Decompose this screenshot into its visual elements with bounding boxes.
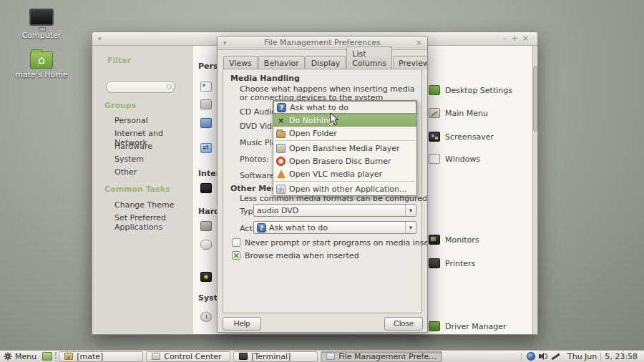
file-manager-window-icon <box>326 353 335 360</box>
mouse-cursor <box>330 112 339 126</box>
menu-item-open-banshee[interactable]: Open Banshee Media Player <box>273 142 416 155</box>
clock-time: 5, 23:58 <box>601 352 641 361</box>
desktop-icon-home[interactable]: mate's Home <box>14 52 69 79</box>
menu-item-open-with-other-application[interactable]: Open with other Application... <box>273 182 416 195</box>
monitors-icon <box>429 235 440 245</box>
item-about-me[interactable] <box>200 82 212 92</box>
taskbar-window-label: [mate] <box>77 352 103 361</box>
system-tray: Thu Jun 5, 23:58 <box>521 351 644 362</box>
volume-tray-icon[interactable] <box>539 352 547 361</box>
printers-icon <box>429 258 440 268</box>
menu-item-ask-what-to-do[interactable]: ? Ask what to do <box>273 101 416 114</box>
menu-item-open-brasero[interactable]: Open Brasero Disc Burner <box>273 155 416 167</box>
scrollbar[interactable] <box>532 46 537 334</box>
item-monitors[interactable]: Monitors <box>429 235 479 245</box>
item-keyboard[interactable] <box>200 221 212 231</box>
tab-display[interactable]: Display <box>306 56 346 69</box>
sound-wave-icon <box>545 353 547 359</box>
menu-separator <box>275 181 415 182</box>
tab-views[interactable]: Views <box>223 56 258 69</box>
taskbar-window-control-center[interactable]: Control Center <box>146 351 230 362</box>
sidebar-item-hardware[interactable]: Hardware <box>114 142 152 151</box>
action-combobox[interactable]: ? Ask what to do ▾ <box>253 221 416 234</box>
network-tray-icon[interactable] <box>527 352 535 361</box>
search-icon <box>167 84 172 89</box>
application-icon <box>276 185 286 194</box>
browse-media-checkbox[interactable] <box>232 251 240 260</box>
window-list-handle[interactable] <box>55 352 57 361</box>
taskbar-window-terminal[interactable]: [Terminal] <box>233 351 318 362</box>
item-label: Screensaver <box>445 132 494 142</box>
menu-item-label: Open VLC media player <box>289 170 382 179</box>
item-preferred-applications[interactable] <box>200 118 212 128</box>
question-icon: ? <box>257 223 266 233</box>
help-button[interactable]: Help <box>223 317 261 331</box>
menu-label: Menu <box>15 352 36 361</box>
item-printers[interactable]: Printers <box>429 258 475 268</box>
common-tasks-heading: Common Tasks <box>104 185 170 194</box>
item-driver-manager[interactable]: Driver Manager <box>429 321 507 331</box>
tab-behavior[interactable]: Behavior <box>258 56 305 69</box>
gear-icon <box>4 352 12 361</box>
sidebar-item-personal[interactable]: Personal <box>114 116 148 125</box>
menu-item-label: Open Folder <box>289 129 337 138</box>
menu-item-open-vlc[interactable]: Open VLC media player <box>273 167 416 180</box>
sidebar-item-system[interactable]: System <box>114 155 144 164</box>
network-icon <box>200 183 212 193</box>
brasero-icon <box>276 157 286 166</box>
tablet-pen-tray-icon[interactable] <box>551 353 560 360</box>
item-desktop-settings[interactable]: Desktop Settings <box>429 85 512 95</box>
item-windows[interactable]: Windows <box>429 154 480 164</box>
windows-icon <box>429 154 440 164</box>
startup-apps-icon <box>200 143 212 153</box>
close-button[interactable]: Close <box>384 317 423 331</box>
filter-search-input[interactable] <box>106 81 175 93</box>
type-combobox[interactable]: audio DVD ▾ <box>253 204 416 217</box>
scrollbar-thumb[interactable] <box>533 66 537 132</box>
item-sound[interactable] <box>200 272 212 282</box>
item-mouse[interactable] <box>200 240 212 250</box>
cd-audio-open-menu: ? Ask what to do × Do Nothing Open Folde… <box>273 100 417 196</box>
media-handling-heading: Media Handling <box>230 74 300 83</box>
menu-button[interactable]: Menu <box>0 351 41 362</box>
control-center-sidebar: Filter Groups Personal Internet and Netw… <box>92 46 192 334</box>
menu-item-label: Open Brasero Disc Burner <box>289 157 391 166</box>
item-startup-applications[interactable] <box>200 143 212 153</box>
close-icon[interactable]: × <box>416 36 422 49</box>
item-assistive-technologies[interactable] <box>200 99 212 109</box>
tray-separator <box>521 353 522 361</box>
desktop-icon-computer[interactable]: Computer <box>14 9 69 40</box>
close-button[interactable]: × <box>522 34 533 43</box>
computer-icon <box>29 9 54 26</box>
taskbar-window-mate[interactable]: ⌂ [mate] <box>59 351 143 362</box>
tab-preview[interactable]: Preview <box>393 56 428 69</box>
dialog-titlebar[interactable]: ▾ File Management Preferences × <box>218 36 427 50</box>
taskbar-window-file-management[interactable]: File Management Prefe... <box>321 351 441 362</box>
item-main-menu[interactable]: Main Menu <box>429 108 488 118</box>
maximize-button[interactable]: + <box>512 34 522 43</box>
sidebar-item-change-theme[interactable]: Change Theme <box>114 200 175 210</box>
item-network[interactable] <box>200 183 212 193</box>
menu-item-do-nothing[interactable]: × Do Nothing <box>273 114 416 127</box>
sidebar-item-set-preferred-applications[interactable]: Set Preferred Applications <box>114 213 192 232</box>
window-menu-icon[interactable]: ▾ <box>98 32 102 45</box>
control-center-icon <box>152 353 160 360</box>
sidebar-item-other[interactable]: Other <box>114 167 137 177</box>
tab-list-columns[interactable]: List Columns <box>346 47 392 69</box>
clock-date: Thu Jun <box>564 352 600 361</box>
sound-icon <box>200 272 212 282</box>
taskbar-window-label: [Terminal] <box>251 352 291 361</box>
clock-applet[interactable]: Thu Jun 5, 23:58 <box>564 351 641 362</box>
filter-heading: Filter <box>107 56 131 65</box>
item-time-and-date[interactable] <box>200 312 212 322</box>
never-prompt-checkbox[interactable] <box>232 238 240 247</box>
minimize-button[interactable]: – <box>503 34 512 43</box>
menu-item-open-folder[interactable]: Open Folder <box>273 127 416 140</box>
menu-item-label: Ask what to do <box>290 103 348 112</box>
banshee-icon <box>276 144 286 153</box>
window-menu-icon[interactable]: ▾ <box>223 36 227 49</box>
show-desktop-button[interactable] <box>42 352 52 361</box>
item-label: Desktop Settings <box>445 86 512 95</box>
taskbar: Menu ⌂ [mate] Control Center [Terminal] … <box>0 350 644 362</box>
item-screensaver[interactable]: Screensaver <box>429 132 494 142</box>
